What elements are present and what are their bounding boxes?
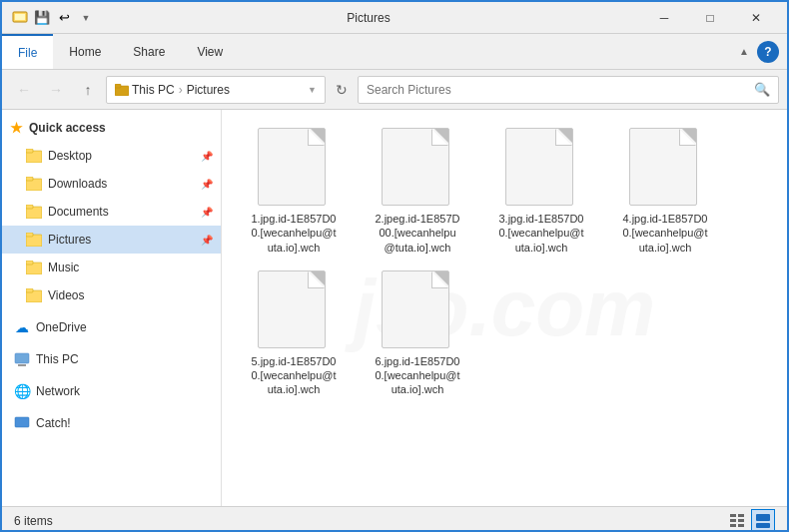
- sidebar-item-documents[interactable]: Documents 📌: [2, 198, 221, 226]
- svg-rect-26: [756, 523, 770, 528]
- quick-access-toolbar: 💾 ↩ ▼: [10, 8, 96, 28]
- sidebar-item-catch[interactable]: Catch!: [2, 409, 221, 437]
- sidebar-item-thispc[interactable]: This PC: [2, 345, 221, 373]
- file-name-1: 1.jpg.id-1E857D00.[wecanhelpu@tuta.io].w…: [251, 212, 336, 255]
- sidebar-quick-access-header[interactable]: ★ Quick access: [2, 114, 221, 142]
- sidebar-item-downloads[interactable]: Downloads 📌: [2, 170, 221, 198]
- file-name-4: 4.jpg.id-1E857D00.[wecanhelpu@tuta.io].w…: [622, 212, 707, 255]
- ribbon-tab-home[interactable]: Home: [53, 34, 117, 69]
- folder-downloads-icon: [26, 176, 42, 192]
- svg-rect-3: [115, 84, 121, 88]
- network-icon: 🌐: [14, 383, 30, 399]
- back-button[interactable]: ←: [10, 76, 38, 104]
- file-name-2: 2.jpeg.id-1E857D00.[wecanhelpu@tuta.io].…: [375, 212, 459, 255]
- files-grid: 1.jpg.id-1E857D00.[wecanhelpu@tuta.io].w…: [230, 118, 779, 407]
- file-content-area: jso.com 1.jpg.id-1E857D00.[wecanhelpu@tu…: [222, 110, 787, 506]
- svg-rect-13: [26, 261, 33, 265]
- sidebar-downloads-label: Downloads: [48, 177, 107, 191]
- search-input[interactable]: [367, 83, 750, 97]
- pin-icon2: 📌: [201, 179, 213, 190]
- sidebar-item-videos[interactable]: Videos: [2, 281, 221, 309]
- sidebar-item-pictures[interactable]: Pictures 📌: [2, 226, 221, 254]
- minimize-button[interactable]: ─: [641, 2, 687, 34]
- main-container: ★ Quick access Desktop 📌 Downloads 📌 Doc…: [2, 110, 787, 506]
- ribbon: File Home Share View ▲ ?: [2, 34, 787, 70]
- file-icon-4: [629, 128, 701, 208]
- svg-rect-9: [26, 205, 33, 209]
- ribbon-tab-view[interactable]: View: [181, 34, 239, 69]
- sidebar-documents-label: Documents: [48, 205, 109, 219]
- pin-icon: 📌: [201, 151, 213, 162]
- close-button[interactable]: ✕: [733, 2, 779, 34]
- large-icons-view-button[interactable]: [751, 509, 775, 533]
- folder-music-icon: [26, 260, 42, 275]
- item-count: 6 items: [14, 514, 53, 528]
- maximize-button[interactable]: □: [687, 2, 733, 34]
- folder-pictures-icon: [26, 232, 42, 248]
- breadcrumb-pictures: Pictures: [187, 83, 230, 97]
- address-bar: ← → ↑ This PC › Pictures ▼ ↻ 🔍: [2, 70, 787, 110]
- breadcrumb-separator: ›: [179, 83, 183, 97]
- refresh-button[interactable]: ↻: [330, 78, 354, 102]
- sidebar-music-label: Music: [48, 261, 79, 274]
- file-item-4[interactable]: 4.jpg.id-1E857D00.[wecanhelpu@tuta.io].w…: [605, 122, 725, 261]
- svg-rect-22: [738, 514, 744, 517]
- sidebar-videos-label: Videos: [48, 288, 84, 302]
- svg-rect-17: [18, 364, 26, 366]
- file-item-1[interactable]: 1.jpg.id-1E857D00.[wecanhelpu@tuta.io].w…: [234, 122, 354, 261]
- svg-rect-25: [756, 514, 770, 521]
- svg-rect-20: [730, 519, 736, 522]
- folder-desktop-icon: [26, 148, 42, 164]
- qat-dropdown[interactable]: ▼: [76, 8, 96, 28]
- svg-rect-16: [15, 353, 29, 363]
- computer-icon: [14, 351, 30, 367]
- catch-icon: [14, 415, 30, 431]
- sidebar-item-desktop[interactable]: Desktop 📌: [2, 142, 221, 170]
- file-icon-2: [382, 128, 453, 208]
- sidebar-item-music[interactable]: Music: [2, 254, 221, 281]
- file-item-3[interactable]: 3.jpg.id-1E857D00.[wecanhelpu@tuta.io].w…: [481, 122, 601, 261]
- qat-undo[interactable]: ↩: [54, 8, 74, 28]
- help-button[interactable]: ?: [757, 41, 779, 63]
- file-icon-6: [382, 270, 453, 350]
- file-icon-1: [258, 128, 330, 208]
- window-title: Pictures: [96, 11, 641, 25]
- title-bar: 💾 ↩ ▼ Pictures ─ □ ✕: [2, 2, 787, 34]
- svg-rect-23: [738, 519, 744, 522]
- file-name-3: 3.jpg.id-1E857D00.[wecanhelpu@tuta.io].w…: [498, 212, 583, 255]
- sidebar-item-onedrive[interactable]: ☁ OneDrive: [2, 313, 221, 341]
- search-icon: 🔍: [754, 82, 770, 97]
- breadcrumb-arrow: ▼: [308, 85, 317, 95]
- sidebar-network-label: Network: [36, 384, 80, 398]
- sidebar-item-network[interactable]: 🌐 Network: [2, 377, 221, 405]
- forward-button[interactable]: →: [42, 76, 70, 104]
- ribbon-tab-share[interactable]: Share: [117, 34, 181, 69]
- svg-rect-11: [26, 233, 33, 237]
- file-item-6[interactable]: 6.jpg.id-1E857D00.[wecanhelpu@tuta.io].w…: [358, 265, 477, 403]
- quick-access-label: Quick access: [29, 121, 106, 135]
- window-controls: ─ □ ✕: [641, 2, 779, 34]
- sidebar: ★ Quick access Desktop 📌 Downloads 📌 Doc…: [2, 110, 222, 506]
- svg-rect-19: [730, 514, 736, 517]
- svg-rect-15: [26, 288, 33, 292]
- search-box[interactable]: 🔍: [358, 76, 779, 104]
- file-name-6: 6.jpg.id-1E857D00.[wecanhelpu@tuta.io].w…: [375, 354, 459, 397]
- sidebar-pictures-label: Pictures: [48, 233, 91, 247]
- sidebar-catch-label: Catch!: [36, 416, 71, 430]
- up-button[interactable]: ↑: [74, 76, 102, 104]
- ribbon-collapse-btn[interactable]: ▲: [735, 42, 753, 61]
- file-item-5[interactable]: 5.jpg.id-1E857D00.[wecanhelpu@tuta.io].w…: [234, 265, 354, 403]
- onedrive-icon: ☁: [14, 319, 30, 335]
- svg-rect-7: [26, 177, 33, 181]
- qat-save[interactable]: 💾: [32, 8, 52, 28]
- breadcrumb[interactable]: This PC › Pictures ▼: [106, 76, 326, 104]
- qat-icon: [10, 8, 30, 28]
- file-item-2[interactable]: 2.jpeg.id-1E857D00.[wecanhelpu@tuta.io].…: [358, 122, 477, 261]
- pin-icon4: 📌: [201, 235, 213, 246]
- file-name-5: 5.jpg.id-1E857D00.[wecanhelpu@tuta.io].w…: [251, 354, 336, 397]
- status-bar: 6 items: [2, 506, 787, 532]
- ribbon-tab-file[interactable]: File: [2, 34, 53, 69]
- svg-rect-5: [26, 149, 33, 153]
- list-view-button[interactable]: [725, 509, 749, 533]
- folder-documents-icon: [26, 204, 42, 220]
